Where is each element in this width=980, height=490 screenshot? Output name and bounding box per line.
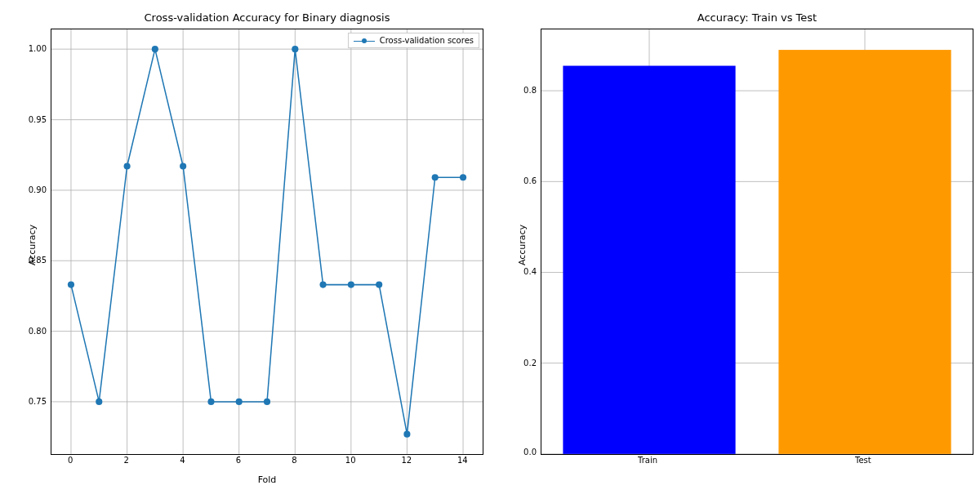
- grid-left: [51, 29, 483, 454]
- cv-line: [71, 49, 463, 434]
- xtick: Train: [638, 456, 657, 465]
- legend-swatch-icon: [354, 37, 375, 45]
- ytick: 0.0: [523, 448, 537, 457]
- svg-point-16: [124, 163, 131, 169]
- svg-point-21: [264, 399, 270, 405]
- chart-title-left: Cross-validation Accuracy for Binary dia…: [51, 11, 483, 24]
- ytick: 0.90: [29, 185, 47, 194]
- xtick: 6: [236, 456, 241, 465]
- ytick: 0.6: [523, 176, 537, 185]
- xtick: 2: [124, 456, 129, 465]
- svg-point-18: [180, 163, 186, 169]
- plot-area-left: 0.75 0.80 0.85 0.90 0.95 1.00 0 2 4 6 8 …: [51, 29, 483, 455]
- ytick: 0.80: [29, 327, 47, 336]
- svg-point-25: [376, 282, 382, 288]
- figure: Cross-validation Accuracy for Binary dia…: [0, 0, 980, 490]
- xtick: Test: [855, 456, 871, 465]
- xtick: 10: [345, 456, 356, 465]
- svg-point-28: [460, 174, 466, 180]
- subplot-train-test: Accuracy: Train vs Test Accuracy 0.0 0.2: [490, 0, 980, 490]
- ytick: 0.75: [29, 397, 47, 406]
- svg-point-20: [236, 399, 243, 405]
- ytick: 1.00: [29, 44, 47, 53]
- svg-point-26: [403, 431, 410, 438]
- ytick: 0.8: [523, 86, 537, 95]
- legend-label: Cross-validation scores: [380, 36, 474, 45]
- xlabel-left: Fold: [51, 474, 483, 484]
- markers: [68, 46, 466, 438]
- chart-title-right: Accuracy: Train vs Test: [541, 11, 973, 24]
- xtick: 0: [68, 456, 73, 465]
- svg-point-24: [348, 282, 354, 288]
- subplot-cv-accuracy: Cross-validation Accuracy for Binary dia…: [0, 0, 490, 490]
- xticks-left: 0 2 4 6 8 10 12 14: [51, 456, 483, 467]
- xticks-right: Train Test: [541, 456, 973, 467]
- plot-area-right: 0.0 0.2 0.4 0.6 0.8 Train Test: [541, 29, 973, 455]
- xtick: 14: [457, 456, 468, 465]
- xtick: 4: [180, 456, 185, 465]
- yticks-left: 0.75 0.80 0.85 0.90 0.95 1.00: [20, 29, 48, 454]
- svg-point-17: [152, 46, 158, 52]
- svg-point-23: [319, 282, 326, 288]
- xtick: 12: [401, 456, 412, 465]
- yticks-right: 0.0 0.2 0.4 0.6 0.8: [514, 29, 538, 454]
- svg-point-15: [96, 399, 102, 405]
- ytick: 0.85: [29, 256, 47, 265]
- legend-left: Cross-validation scores: [348, 33, 479, 48]
- bar-chart-svg: [541, 29, 973, 454]
- bar-test: [778, 50, 951, 454]
- svg-point-14: [68, 282, 74, 288]
- line-chart-svg: [51, 29, 483, 454]
- ytick: 0.2: [523, 359, 537, 368]
- svg-point-19: [207, 399, 214, 405]
- svg-point-22: [292, 46, 298, 52]
- svg-point-27: [432, 174, 439, 180]
- ytick: 0.95: [29, 115, 47, 124]
- ytick: 0.4: [523, 267, 537, 276]
- bar-train: [563, 66, 735, 454]
- xtick: 8: [292, 456, 296, 465]
